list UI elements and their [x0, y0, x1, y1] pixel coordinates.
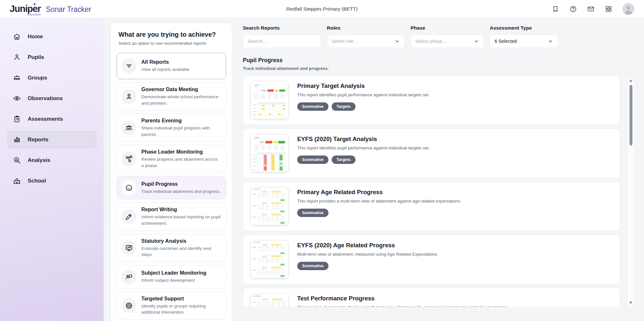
- sidebar-item-pupils[interactable]: Pupils: [8, 49, 96, 65]
- achieve-option-desc: Inform subject development: [141, 277, 206, 284]
- filter-lines-icon: [121, 59, 136, 73]
- report-description: This report identifies pupil performance…: [297, 92, 430, 97]
- monitor-chart-icon: [121, 241, 136, 255]
- achieve-option-statutory-analysis[interactable]: Statutory AnalysisEvaluate outcomes and …: [117, 234, 226, 262]
- achieve-option-text: Phase Leader MonitoringReview progress a…: [141, 149, 221, 169]
- report-list-wrap: Primary Target AnalysisThis report ident…: [243, 75, 635, 307]
- section-header: Pupil Progress Track individual attainme…: [243, 57, 635, 71]
- achieve-option-title: Report Writing: [141, 207, 221, 212]
- achieve-option-pupil-progress[interactable]: Pupil ProgressTrack individual attainmen…: [117, 176, 226, 199]
- report-tags: SummativeTargets: [297, 102, 430, 111]
- achieve-option-governor-data-meeting[interactable]: Governor Data MeetingDemonstrate whole-s…: [117, 82, 226, 110]
- bookmark-icon[interactable]: [552, 5, 559, 13]
- report-card-primary-target-analysis[interactable]: Primary Target AnalysisThis report ident…: [243, 75, 620, 125]
- sidebar-item-reports[interactable]: Reports: [8, 131, 96, 148]
- achieve-option-title: Targeted Support: [141, 296, 221, 302]
- report-tags: Summative: [297, 262, 437, 270]
- sidebar-item-observations[interactable]: Observations: [8, 90, 96, 107]
- report-card-eyfs-2020-age-related-progress[interactable]: EYFS (2020) Age Related ProgressMulti-te…: [243, 235, 620, 284]
- sidebar-item-home[interactable]: Home: [8, 28, 96, 45]
- achieve-option-desc: Review progress and attainment across a …: [141, 156, 221, 169]
- bar-chart-icon: [13, 136, 21, 144]
- achieve-option-targeted-support[interactable]: Targeted SupportIdentify pupils or group…: [117, 292, 226, 320]
- achieve-option-report-writing[interactable]: Report WritingInform evidence-based repo…: [117, 203, 226, 231]
- help-icon[interactable]: [569, 5, 577, 13]
- filters-row: Search Reports Roles Select role... Phas…: [243, 25, 635, 48]
- clipboard-icon: [13, 115, 21, 123]
- tag-targets: Targets: [332, 156, 355, 164]
- mail-icon[interactable]: [587, 5, 595, 13]
- achieve-option-text: Statutory AnalysisEvaluate outcomes and …: [141, 238, 221, 258]
- achieve-option-all-reports[interactable]: All ReportsView all reports available: [117, 53, 226, 79]
- sidebar-item-assessments[interactable]: Assessments: [8, 111, 96, 127]
- report-thumbnail-test-progress: [251, 294, 288, 307]
- achieve-option-title: Pupil Progress: [141, 181, 221, 187]
- report-list: Primary Target AnalysisThis report ident…: [243, 75, 620, 307]
- search-input[interactable]: [243, 34, 321, 48]
- report-card-eyfs-2020-target-analysis[interactable]: EYFS (2020) Target AnalysisThis report i…: [243, 128, 620, 178]
- achieve-option-phase-leader-monitoring[interactable]: Phase Leader MonitoringReview progress a…: [117, 145, 226, 173]
- achieve-option-text: Governor Data MeetingDemonstrate whole-s…: [141, 87, 221, 106]
- achieve-option-desc: View all reports available: [141, 66, 189, 73]
- apps-icon[interactable]: [605, 5, 612, 13]
- scrollbar-track[interactable]: [628, 77, 634, 306]
- report-thumbnail-age-related: [251, 188, 288, 225]
- tag-summative: Summative: [297, 262, 328, 270]
- report-card-body: EYFS (2020) Target AnalysisThis report i…: [297, 135, 430, 172]
- phase-select-value: Select phase...: [415, 39, 446, 44]
- assessment-type-select[interactable]: 6 Selected: [490, 34, 558, 48]
- report-description: This report is designed to display a mul…: [297, 305, 509, 307]
- report-tags: Summative: [297, 209, 461, 217]
- report-title: Primary Target Analysis: [297, 82, 430, 90]
- sidebar-item-school[interactable]: School: [8, 173, 96, 189]
- sidebar-item-label: Analysis: [28, 157, 50, 164]
- smiley-icon: [121, 180, 136, 195]
- tag-targets: Targets: [332, 102, 355, 111]
- groups-icon: [13, 74, 21, 82]
- family-icon: [121, 120, 136, 135]
- app-body: HomePupilsGroupsObservationsAssessmentsR…: [0, 18, 644, 321]
- scrollbar-up-arrow[interactable]: [629, 80, 632, 82]
- chevron-down-icon: [394, 39, 400, 44]
- sidebar-item-label: Groups: [28, 75, 47, 81]
- report-card-body: Test Performance ProgressThis report is …: [297, 294, 509, 307]
- tag-summative: Summative: [297, 209, 328, 217]
- target-icon: [121, 298, 136, 313]
- achieve-option-title: Governor Data Meeting: [141, 87, 221, 92]
- achieve-option-list: All ReportsView all reports availableGov…: [117, 53, 226, 320]
- achieve-option-title: Statutory Analysis: [141, 238, 221, 244]
- filter-assessment-type: Assessment Type 6 Selected: [490, 25, 558, 48]
- achieve-option-title: Subject Leader Monitoring: [141, 270, 206, 276]
- sidebar-item-label: Reports: [28, 137, 48, 143]
- phase-label: Phase: [411, 25, 484, 31]
- brand-name: Juniper: [10, 4, 41, 14]
- scrollbar-thumb[interactable]: [630, 85, 632, 146]
- chevron-down-icon: [548, 39, 553, 44]
- achieve-option-parents-evening[interactable]: Parents EveningShare individual pupil pr…: [117, 114, 226, 142]
- achieve-option-subject-leader-monitoring[interactable]: Subject Leader MonitoringInform subject …: [117, 265, 226, 288]
- presenter-icon: [121, 269, 136, 284]
- section-title: Pupil Progress: [243, 57, 635, 64]
- report-card-test-performance-progress[interactable]: Test Performance ProgressThis report is …: [243, 288, 620, 307]
- achieve-option-desc: Share individual pupil progress with par…: [141, 125, 221, 137]
- assessment-type-value: 6 Selected: [495, 39, 517, 44]
- juniper-logo[interactable]: Juniper Education Sonar Tracker: [10, 4, 91, 14]
- roles-label: Roles: [327, 25, 405, 31]
- report-title: EYFS (2020) Age Related Progress: [297, 242, 437, 249]
- assessment-type-label: Assessment Type: [490, 25, 558, 31]
- phase-select[interactable]: Select phase...: [411, 34, 484, 48]
- sitemap-icon: [121, 152, 136, 166]
- report-card-primary-age-related-progress[interactable]: Primary Age Related ProgressThis report …: [243, 182, 620, 231]
- tag-summative: Summative: [297, 102, 328, 111]
- roles-select[interactable]: Select role...: [327, 34, 405, 48]
- user-avatar[interactable]: [622, 3, 634, 15]
- achieve-option-text: Subject Leader MonitoringInform subject …: [141, 270, 206, 284]
- report-tags: SummativeTargets: [297, 156, 430, 164]
- scrollbar-down-arrow[interactable]: [629, 302, 632, 304]
- report-thumbnail-age-related: [251, 241, 288, 278]
- sidebar-item-groups[interactable]: Groups: [8, 70, 96, 86]
- brand-subtitle: Education: [27, 13, 41, 16]
- sidebar-item-analysis[interactable]: Analysis: [8, 152, 96, 168]
- achieve-option-title: Parents Evening: [141, 118, 221, 124]
- tag-summative: Summative: [297, 156, 328, 164]
